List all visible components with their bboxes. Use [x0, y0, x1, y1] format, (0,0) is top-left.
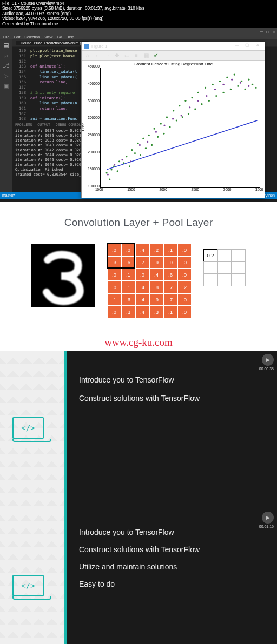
- slide-right-pane: Introduce you to TensorFlow Construct so…: [67, 508, 277, 644]
- svg-point-34: [208, 100, 210, 102]
- svg-point-13: [142, 138, 144, 139]
- grid-cell: .1: [121, 269, 135, 281]
- zoom-icon[interactable]: ▭: [123, 52, 130, 59]
- save-icon[interactable]: ✔: [152, 52, 160, 59]
- svg-point-65: [248, 85, 249, 87]
- figure-maximize-icon[interactable]: ▢: [242, 43, 252, 50]
- editor-tab[interactable]: House_Price_Prediction-with-anim.py: [16, 41, 89, 45]
- digit-image: [31, 244, 95, 307]
- grid-cell: .0: [107, 269, 121, 281]
- svg-point-55: [163, 125, 165, 126]
- forward-icon[interactable]: →: [103, 52, 111, 59]
- grid-cell: .4: [135, 244, 149, 256]
- conv-title: Convolution Layer + Pool Layer: [5, 217, 272, 229]
- close-icon[interactable]: ✕: [273, 30, 276, 33]
- vscode-titlebar: — ▢ ✕: [0, 28, 277, 35]
- output-cell: [217, 274, 232, 286]
- panel-tab-output[interactable]: OUTPUT: [37, 123, 50, 127]
- figure-close-icon[interactable]: ✕: [253, 43, 262, 50]
- svg-point-28: [188, 113, 189, 115]
- menu-edit[interactable]: Edit: [14, 35, 20, 39]
- slide-2: 00:01:16 </> Introduce you to TensorFlow…: [0, 508, 277, 644]
- maximize-icon[interactable]: ▢: [266, 30, 269, 33]
- grid-cell: .7: [163, 281, 177, 293]
- svg-point-60: [206, 95, 207, 97]
- svg-point-25: [179, 105, 180, 106]
- svg-point-62: [222, 84, 224, 85]
- pan-icon[interactable]: ✥: [113, 52, 121, 59]
- figure-minimize-icon[interactable]: —: [232, 43, 242, 50]
- grid-cell: .0: [177, 256, 192, 269]
- output-cell: [217, 261, 232, 274]
- panel-tab-problems[interactable]: PROBLEMS: [15, 123, 32, 127]
- search-icon[interactable]: ⌕: [3, 52, 9, 58]
- svg-point-38: [222, 92, 224, 93]
- output-cell: [203, 274, 217, 286]
- extensions-icon[interactable]: ▣: [3, 83, 9, 89]
- svg-point-18: [157, 136, 159, 138]
- chart-svg: [101, 68, 260, 187]
- bullet: Construct solutions with TensorFlow: [79, 394, 265, 403]
- menu-view[interactable]: View: [44, 35, 52, 39]
- meta-line: File: 01 - Course Overview.mp4: [2, 1, 275, 6]
- svg-point-24: [176, 120, 177, 122]
- video-metadata: File: 01 - Course Overview.mp4 Size: 375…: [0, 0, 277, 28]
- figure-title-text: Figure 1: [91, 44, 107, 49]
- play-icon[interactable]: [262, 354, 274, 366]
- svg-point-44: [245, 89, 246, 90]
- slide-left-pane: </>: [0, 351, 67, 508]
- bullet: Utilize and maintain solutions: [79, 562, 265, 571]
- bullet: Construct solutions with TensorFlow: [79, 545, 265, 554]
- svg-point-64: [240, 82, 241, 84]
- grid-cell: .7: [163, 293, 177, 306]
- grid-cell: .1: [163, 244, 177, 256]
- menu-selection[interactable]: Selection: [24, 35, 40, 39]
- home-icon[interactable]: ⌂: [84, 52, 91, 59]
- matplotlib-window[interactable]: Figure 1 — ▢ ✕ ⌂ ← → ✥ ▭ ≡ ▦ ✔ Gradient …: [81, 42, 265, 198]
- vscode-menubar: File Edit Selection View Go Help: [0, 35, 277, 39]
- svg-point-16: [151, 144, 153, 146]
- play-icon[interactable]: [262, 512, 274, 524]
- source-control-icon[interactable]: ⎇: [3, 62, 9, 69]
- svg-point-2: [110, 169, 112, 170]
- svg-point-37: [219, 81, 221, 82]
- svg-point-56: [172, 118, 174, 119]
- meta-line: Size: 3756925 bytes (3.58 MiB), duration…: [2, 6, 275, 11]
- menu-help[interactable]: Help: [67, 35, 74, 39]
- back-icon[interactable]: ←: [94, 52, 101, 59]
- svg-point-9: [131, 149, 133, 151]
- grid-cell: .4: [135, 293, 149, 306]
- conv-output-grid: 0.2: [203, 249, 246, 286]
- grid-cell: .3: [107, 256, 121, 269]
- grid-cell: .0: [107, 281, 121, 293]
- svg-point-23: [173, 110, 174, 111]
- grid-cell: .0: [177, 293, 192, 306]
- meta-line: Generated by Thumbnail me: [2, 22, 275, 26]
- convolution-slide: Convolution Layer + Pool Layer .0.0.4.2.…: [0, 202, 277, 337]
- figure-titlebar[interactable]: Figure 1 — ▢ ✕: [82, 42, 265, 51]
- svg-point-20: [163, 133, 164, 135]
- grid-icon[interactable]: ▦: [142, 52, 150, 59]
- config-icon[interactable]: ≡: [133, 52, 140, 59]
- svg-point-43: [241, 81, 242, 82]
- debug-icon[interactable]: ▷: [3, 72, 9, 79]
- status-branch[interactable]: master*: [2, 193, 15, 197]
- grid-cell: .3: [149, 306, 163, 318]
- grid-cell: .0: [135, 269, 149, 281]
- explorer-icon[interactable]: ▤: [3, 42, 9, 48]
- menu-file[interactable]: File: [3, 35, 9, 39]
- bullet: Introduce you to TensorFlow: [79, 375, 265, 384]
- output-cell: [232, 261, 246, 274]
- svg-point-19: [160, 123, 162, 125]
- output-cell: [203, 261, 217, 274]
- svg-point-26: [182, 116, 183, 118]
- menu-go[interactable]: Go: [57, 35, 62, 39]
- slide-left-pane: </>: [0, 508, 67, 644]
- figure-toolbar: ⌂ ← → ✥ ▭ ≡ ▦ ✔: [82, 51, 265, 61]
- svg-point-39: [226, 76, 228, 78]
- grid-cell: .0: [177, 306, 192, 318]
- chart-title: Gradient Descent Fitting Regression Line: [82, 62, 265, 66]
- minimize-icon[interactable]: —: [260, 30, 263, 33]
- panel-tab-debug[interactable]: DEBUG CONSOLE: [56, 123, 83, 127]
- svg-point-61: [214, 89, 216, 90]
